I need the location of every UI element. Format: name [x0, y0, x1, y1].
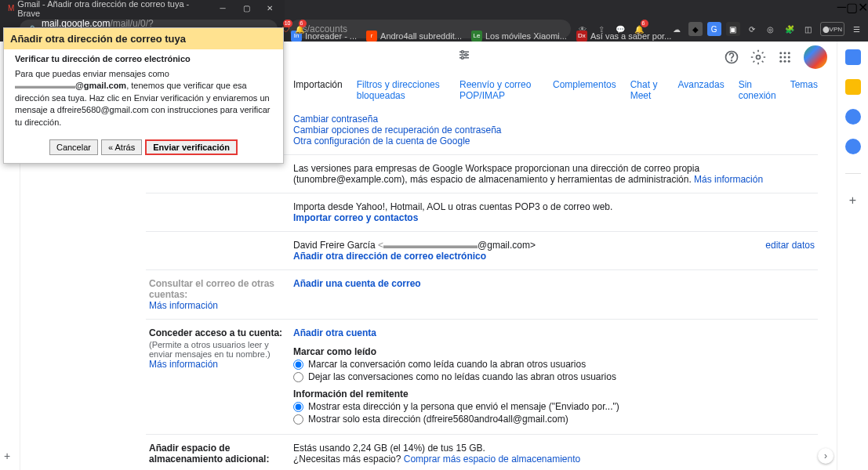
- section-check-mail: Consultar el correo de otras cuentas: Má…: [146, 270, 818, 320]
- svg-point-16: [784, 60, 786, 63]
- svg-point-15: [779, 60, 782, 63]
- dialog-subtitle: Verificar tu dirección de correo electró…: [4, 49, 283, 65]
- sender-info-title: Información del remitente: [293, 389, 815, 400]
- radio-label: Mostrar solo esta dirección (dfreire5680…: [308, 414, 568, 425]
- verify-dialog: Añadir otra dirección de correo tuya Ver…: [3, 27, 284, 164]
- radio-show-sender[interactable]: [293, 402, 303, 412]
- change-recovery-link[interactable]: Cambiar opciones de recuperación de cont…: [293, 125, 502, 136]
- more-info-link[interactable]: Más información: [149, 300, 218, 311]
- window-titlebar: M Gmail - Añadir otra dirección de corre…: [0, 0, 285, 16]
- tab-offline[interactable]: Sin conexión: [739, 79, 776, 101]
- win-close-icon[interactable]: ✕: [258, 1, 281, 16]
- user-email: @gmail.com>: [478, 240, 536, 251]
- svg-point-8: [757, 56, 761, 60]
- svg-point-3: [461, 51, 463, 53]
- gmail-favicon: M: [8, 4, 14, 13]
- add-address-link[interactable]: Añadir otra dirección de correo electrón…: [293, 251, 486, 262]
- dialog-buttons: Cancelar « Atrás Enviar verificación: [4, 135, 283, 163]
- scroll-right-icon[interactable]: ›: [818, 448, 833, 464]
- win-min-icon[interactable]: ─: [837, 0, 846, 16]
- avatar[interactable]: [804, 45, 827, 69]
- browser-tab[interactable]: M Gmail - Añadir otra dirección de corre…: [3, 2, 211, 16]
- svg-point-9: [779, 52, 782, 54]
- import-text: Importa desde Yahoo!, Hotmail, AOL u otr…: [293, 201, 815, 212]
- section-sublabel: (Permite a otros usuarios leer y enviar …: [149, 340, 287, 359]
- tab-advanced[interactable]: Avanzadas: [677, 79, 724, 101]
- tune-icon[interactable]: [457, 48, 476, 67]
- mark-read-title: Marcar como leído: [293, 346, 815, 357]
- edit-data-link[interactable]: editar datos: [765, 240, 815, 251]
- tab-themes[interactable]: Temas: [790, 79, 818, 101]
- svg-point-13: [784, 56, 786, 59]
- storage-usage: Estás usando 2,24 GB (el 14%) de tus 15 …: [293, 443, 815, 454]
- tasks-icon[interactable]: [845, 109, 861, 125]
- radio-leave-unread[interactable]: [293, 372, 303, 382]
- workspace-text: Las versiones para empresas de Google Wo…: [293, 163, 699, 185]
- bookmark-item[interactable]: LeLos móviles Xiaomi...: [471, 31, 567, 42]
- back-button[interactable]: « Atrás: [101, 139, 142, 155]
- change-password-link[interactable]: Cambiar contraseña: [293, 114, 378, 125]
- add-account-link[interactable]: Añadir otra cuenta: [293, 327, 376, 338]
- send-verification-button[interactable]: Enviar verificación: [145, 139, 238, 155]
- tab-import[interactable]: Importación: [293, 79, 343, 101]
- user-name: David Freire García: [293, 240, 376, 251]
- plus-icon[interactable]: +: [4, 450, 16, 462]
- contacts-icon[interactable]: [845, 139, 861, 154]
- win-max-icon[interactable]: ▢: [234, 1, 258, 16]
- dialog-body: Para que puedas enviar mensajes como ▬▬▬…: [4, 65, 283, 135]
- tab-forward[interactable]: Reenvío y correo POP/IMAP: [459, 79, 539, 101]
- radio-label: Marcar la conversación como leída cuando…: [308, 359, 586, 370]
- storage-question: ¿Necesitas más espacio?: [293, 454, 401, 465]
- svg-point-5: [461, 56, 463, 59]
- section-label: Añadir espacio de almacenamiento adicion…: [149, 443, 287, 465]
- side-rail: +: [837, 42, 868, 470]
- radio-label: Mostrar esta dirección y la persona que …: [308, 401, 619, 412]
- bookmarks-bar: InInoreader - ... rAndro4all subreddit..…: [285, 30, 868, 42]
- svg-point-4: [465, 54, 467, 56]
- tab-addons[interactable]: Complementos: [553, 79, 616, 101]
- radio-show-only-address[interactable]: [293, 414, 303, 425]
- more-info-link[interactable]: Más información: [694, 174, 763, 185]
- radio-mark-read[interactable]: [293, 360, 303, 370]
- svg-point-14: [788, 56, 790, 59]
- radio-label: Dejar las conversaciones como no leídas …: [308, 371, 616, 382]
- dialog-title: Añadir otra dirección de correo tuya: [4, 28, 283, 49]
- section-sendas: David Freire García <▬▬▬▬▬▬▬▬▬▬@gmail.co…: [146, 232, 818, 270]
- win-close-icon[interactable]: ✕: [858, 0, 868, 16]
- section-label: Consultar el correo de otras cuentas:: [149, 278, 287, 300]
- buy-storage-link[interactable]: Comprar más espacio de almacenamiento: [404, 454, 580, 465]
- win-min-icon[interactable]: ─: [211, 1, 234, 16]
- gear-icon[interactable]: [750, 49, 766, 65]
- svg-point-10: [784, 52, 786, 54]
- section-import: Importa desde Yahoo!, Hotmail, AOL u otr…: [146, 193, 818, 232]
- tab-title: Gmail - Añadir otra dirección de correo …: [17, 0, 206, 18]
- svg-point-11: [788, 52, 790, 54]
- tab-filters[interactable]: Filtros y direcciones bloqueadas: [357, 79, 445, 101]
- section-label: Conceder acceso a tu cuenta:: [149, 327, 287, 338]
- more-info-link[interactable]: Más información: [149, 359, 218, 370]
- apps-icon[interactable]: [777, 49, 793, 65]
- bookmark-item[interactable]: DxAsí vas a saber por...: [576, 31, 671, 42]
- keep-icon[interactable]: [845, 79, 861, 95]
- section-storage: Añadir espacio de almacenamiento adicion…: [146, 435, 818, 470]
- help-icon[interactable]: [724, 49, 739, 65]
- google-account-link[interactable]: Otra configuración de la cuenta de Googl…: [293, 136, 470, 146]
- svg-point-12: [779, 56, 782, 59]
- bell-icon[interactable]: 🔔6: [295, 22, 304, 36]
- import-contacts-link[interactable]: Importar correo y contactos: [293, 212, 418, 223]
- calendar-icon[interactable]: [845, 49, 861, 65]
- win-max-icon[interactable]: ▢: [846, 0, 858, 16]
- add-mail-account-link[interactable]: Añadir una cuenta de correo: [293, 278, 421, 289]
- add-addon-icon[interactable]: +: [845, 193, 861, 208]
- cancel-button[interactable]: Cancelar: [49, 139, 98, 155]
- tab-chat[interactable]: Chat y Meet: [630, 79, 664, 101]
- bookmark-item[interactable]: rAndro4all subreddit...: [366, 31, 462, 42]
- svg-point-17: [788, 60, 790, 63]
- section-grant-access: Conceder acceso a tu cuenta: (Permite a …: [146, 320, 818, 435]
- svg-point-7: [732, 60, 732, 61]
